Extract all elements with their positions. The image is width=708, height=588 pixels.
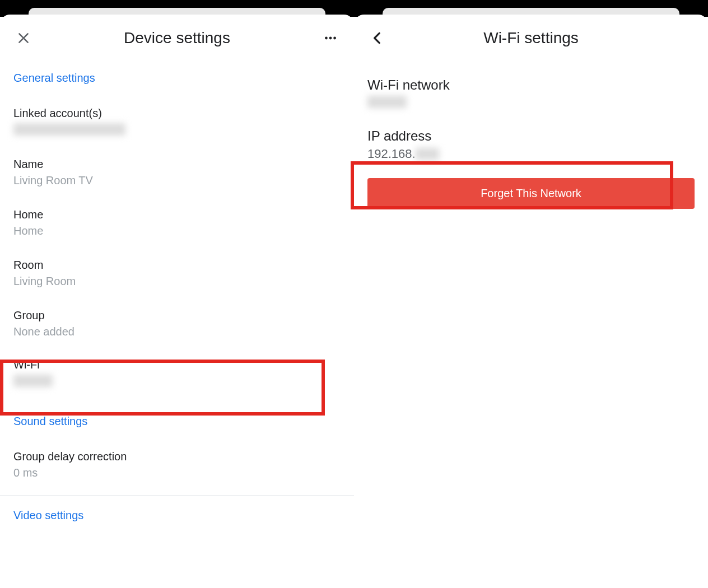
- more-horizontal-icon: [323, 31, 338, 45]
- group-row[interactable]: Group None added: [0, 299, 354, 349]
- home-row[interactable]: Home Home: [0, 198, 354, 249]
- close-icon: [16, 31, 31, 45]
- group-delay-row[interactable]: Group delay correction 0 ms: [0, 440, 354, 491]
- device-settings-screen: Device settings General settings Linked …: [0, 0, 354, 588]
- device-settings-list: General settings Linked account(s) Name …: [0, 58, 354, 534]
- linked-accounts-label: Linked account(s): [13, 106, 341, 121]
- room-row[interactable]: Room Living Room: [0, 249, 354, 299]
- video-settings-link[interactable]: Video settings: [0, 496, 354, 534]
- forget-network-button[interactable]: Forget This Network: [367, 178, 695, 209]
- wifi-settings-screen: Wi-Fi settings Wi-Fi network IP address …: [354, 0, 708, 588]
- wifi-row[interactable]: Wi-Fi: [0, 349, 354, 402]
- group-delay-label: Group delay correction: [13, 449, 341, 464]
- wifi-settings-header: Wi-Fi settings: [354, 22, 708, 58]
- device-settings-header: Device settings: [0, 22, 354, 58]
- room-value: Living Room: [13, 274, 341, 289]
- group-value: None added: [13, 324, 341, 339]
- name-label: Name: [13, 157, 341, 172]
- linked-accounts-value-redacted: [13, 123, 125, 136]
- group-delay-value: 0 ms: [13, 465, 341, 480]
- wifi-network-row[interactable]: Wi-Fi network: [354, 68, 708, 119]
- page-title: Device settings: [34, 29, 320, 47]
- home-value: Home: [13, 223, 341, 239]
- group-label: Group: [13, 308, 341, 323]
- close-button[interactable]: [13, 28, 34, 48]
- page-title: Wi-Fi settings: [388, 29, 674, 47]
- header-spacer: [674, 28, 695, 48]
- ip-address-row: IP address 192.168.: [354, 119, 708, 170]
- name-value: Living Room TV: [13, 173, 341, 188]
- more-button[interactable]: [320, 28, 341, 48]
- linked-accounts-row[interactable]: Linked account(s): [0, 97, 354, 148]
- ip-address-value: 192.168.: [367, 147, 695, 161]
- svg-point-4: [333, 37, 336, 40]
- ip-address-visible: 192.168.: [367, 147, 416, 161]
- back-button[interactable]: [367, 28, 388, 48]
- wifi-settings-card: Wi-Fi settings Wi-Fi network IP address …: [354, 15, 708, 209]
- wifi-label: Wi-Fi: [13, 357, 341, 372]
- device-settings-card: Device settings General settings Linked …: [0, 15, 354, 534]
- name-row[interactable]: Name Living Room TV: [0, 148, 354, 198]
- room-label: Room: [13, 258, 341, 273]
- ip-address-redacted: [416, 148, 439, 160]
- svg-point-3: [329, 37, 332, 40]
- ip-address-label: IP address: [367, 127, 695, 144]
- general-settings-link[interactable]: General settings: [0, 58, 354, 97]
- svg-point-2: [325, 37, 328, 40]
- sound-settings-link[interactable]: Sound settings: [0, 402, 354, 440]
- chevron-left-icon: [370, 31, 385, 45]
- home-label: Home: [13, 207, 341, 222]
- wifi-network-value-redacted: [367, 96, 407, 108]
- wifi-value-redacted: [13, 375, 53, 387]
- wifi-network-label: Wi-Fi network: [367, 76, 695, 94]
